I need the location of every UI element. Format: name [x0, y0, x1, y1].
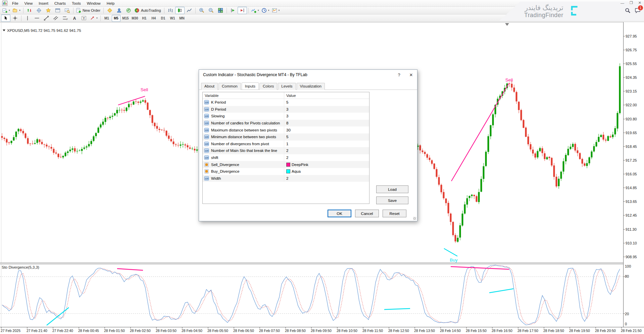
cursor-button[interactable] [1, 14, 10, 22]
input-row-buy-divergence[interactable]: Buy_DivergenceAqua [203, 168, 369, 175]
menu-tools[interactable]: Tools [69, 1, 84, 6]
value-cell[interactable]: 30 [284, 126, 369, 133]
svg-text:912.45: 912.45 [626, 213, 637, 217]
timeframe-w1-button[interactable]: W1 [168, 15, 177, 22]
input-row-k-period[interactable]: 123K Period5 [203, 99, 369, 106]
tile-windows-button[interactable] [216, 7, 225, 14]
zoom-in-button[interactable] [197, 7, 206, 14]
tab-inputs[interactable]: Inputs [242, 82, 259, 90]
value-cell[interactable]: 1 [284, 141, 369, 148]
cancel-button[interactable]: Cancel [355, 210, 379, 217]
value-cell[interactable]: DeepPink [284, 161, 369, 168]
load-button[interactable]: Load [376, 185, 408, 193]
experts-button[interactable] [114, 7, 124, 14]
market-watch-button[interactable] [25, 7, 34, 14]
channel-button[interactable] [51, 14, 60, 22]
value-cell[interactable]: 2 [284, 154, 369, 161]
auto-scroll-button[interactable] [228, 7, 238, 14]
new-chart-button[interactable]: ▼ [1, 7, 11, 14]
timeframe-m15-button[interactable]: M15 [121, 15, 130, 22]
save-button[interactable]: Save [376, 197, 408, 204]
value-cell[interactable]: 5 [284, 99, 369, 106]
metaeditor-button[interactable] [105, 7, 114, 14]
periods-button[interactable]: ▼ [260, 7, 271, 14]
chart-candles-button[interactable] [175, 7, 185, 14]
value-cell[interactable]: 5 [284, 133, 369, 141]
data-window-button[interactable] [34, 7, 44, 14]
timeframe-m30-button[interactable]: M30 [131, 15, 139, 22]
vline-button[interactable] [23, 14, 32, 22]
variable-cell: 123K Period [203, 99, 284, 106]
minimize-button[interactable]: — [621, 1, 624, 5]
timeframe-d1-button[interactable]: D1 [159, 15, 167, 22]
input-row-width[interactable]: 123Width2 [203, 175, 369, 182]
tab-colors[interactable]: Colors [259, 83, 277, 90]
timeframe-h1-button[interactable]: H1 [140, 15, 149, 22]
input-row-shift[interactable]: 123shift2 [203, 154, 369, 161]
menu-charts[interactable]: Charts [51, 1, 69, 6]
new-order-button[interactable]: New Order [75, 7, 102, 14]
scripts-button[interactable] [124, 7, 133, 14]
crosshair-button[interactable] [10, 14, 20, 22]
chart-shift-button[interactable] [238, 7, 247, 14]
column-header-value[interactable]: Value [284, 92, 369, 99]
tab-common[interactable]: Common [218, 83, 241, 90]
value-cell[interactable]: Aqua [284, 168, 369, 175]
restore-button[interactable]: ❐ [630, 1, 633, 5]
value-cell[interactable]: 2 [284, 175, 369, 182]
timeframe-mn-button[interactable]: MN [178, 15, 186, 22]
value-cell[interactable]: 3 [284, 106, 369, 113]
input-row-maximum-distance-between-two-pivots[interactable]: 123Maximum distance between two pivots30 [203, 126, 369, 133]
chat-icon[interactable]: 1 [635, 7, 641, 15]
menu-insert[interactable]: Insert [36, 1, 51, 6]
dialog-help-button[interactable]: ? [393, 70, 405, 80]
value-cell[interactable]: 3 [284, 113, 369, 120]
hline-button[interactable] [32, 14, 42, 22]
input-row-d-period[interactable]: 123D Period3 [203, 106, 369, 113]
tab-levels[interactable]: Levels [278, 83, 296, 90]
value-cell[interactable]: 8 [284, 120, 369, 127]
navigator-button[interactable] [44, 7, 53, 14]
dialog-resize-grip[interactable] [413, 217, 416, 220]
menu-help[interactable]: Help [104, 1, 118, 6]
chart-line-button[interactable] [185, 7, 194, 14]
chart-bars-button[interactable] [166, 7, 175, 14]
indicators-button[interactable]: ▼ [250, 7, 260, 14]
profiles-button[interactable]: ▼ [11, 7, 22, 14]
input-row-number-of-divergences-from-pivot[interactable]: 123Number of divergences from pivot1 [203, 141, 369, 148]
input-row-minimum-distance-between-two-pivots[interactable]: 123Minimum distance between two pivots5 [203, 133, 369, 141]
menu-view[interactable]: View [21, 1, 36, 6]
column-header-variable[interactable]: Variable [203, 92, 284, 99]
tab-visualization[interactable]: Visualization [297, 83, 325, 90]
dialog-close-button[interactable]: ✕ [405, 70, 417, 80]
autotrading-button[interactable]: AutoTrading [133, 7, 163, 14]
templates-button[interactable]: ▼ [271, 7, 281, 14]
search-icon[interactable] [625, 8, 631, 15]
label-button[interactable]: T [79, 14, 89, 22]
input-row-slowing[interactable]: 123Slowing3 [203, 113, 369, 120]
input-row-number-of-candles-for-pivots-calculation[interactable]: 123Number of candles for Pivots calculat… [203, 120, 369, 127]
value-cell[interactable]: 2 [284, 147, 369, 154]
timeframe-m5-button[interactable]: M5 [112, 15, 120, 22]
panel-splitter[interactable] [0, 263, 623, 264]
close-button[interactable]: ✕ [638, 1, 641, 5]
menu-file[interactable]: File [9, 1, 21, 6]
trendline-button[interactable] [42, 14, 51, 22]
text-button[interactable]: A [70, 14, 79, 22]
reset-button[interactable]: Reset [383, 210, 406, 217]
tab-about[interactable]: About [201, 83, 218, 90]
ok-button[interactable]: OK [328, 210, 351, 217]
zoom-out-button[interactable] [206, 7, 216, 14]
terminal-button[interactable] [53, 7, 62, 14]
arrows-button[interactable]: ▼ [89, 14, 99, 22]
fibo-button[interactable]: F [60, 14, 70, 22]
svg-text:123: 123 [205, 122, 208, 124]
svg-text:914.85: 914.85 [626, 186, 637, 190]
timeframe-m1-button[interactable]: M1 [102, 15, 111, 22]
input-row-number-of-main-sto-that-break-the-line[interactable]: 123Number of Main Sto that break the lin… [203, 147, 369, 154]
strategy-tester-button[interactable] [62, 7, 72, 14]
menu-window[interactable]: Window [84, 1, 104, 6]
input-row-sell-divergence[interactable]: Sell_DivergenceDeepPink [203, 161, 369, 168]
dialog-title-bar[interactable]: Custom Indicator - Stochastic Divergence… [199, 70, 417, 80]
timeframe-h4-button[interactable]: H4 [149, 15, 158, 22]
